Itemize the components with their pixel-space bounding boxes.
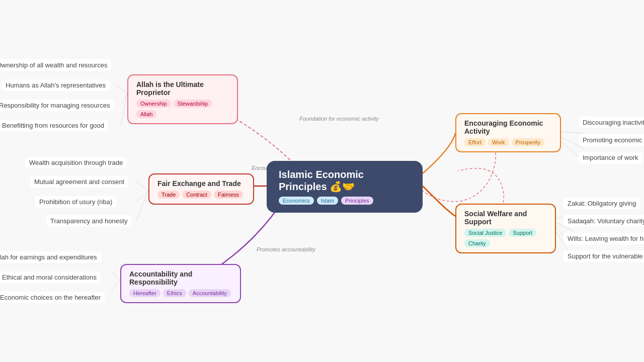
- leaf-importance-work: Importance of work: [579, 152, 642, 163]
- leaf-zakat: Zakat: Obligatory giving: [564, 198, 640, 209]
- economic-activity-node: Encouraging Economic Activity Effort Wor…: [455, 113, 561, 152]
- tag-hereafter: Hereafter: [129, 289, 160, 297]
- economic-title: Encouraging Economic Activity: [464, 119, 552, 135]
- tag-fairness: Fairness: [214, 191, 243, 199]
- tag-contract: Contract: [182, 191, 211, 199]
- leaf-ownership: Ownership of all wealth and resources: [0, 59, 111, 71]
- tag-prosperity: Prosperity: [512, 138, 545, 146]
- tag-principles: Principles: [341, 197, 373, 205]
- fair-exchange-title: Fair Exchange and Trade: [157, 179, 245, 188]
- allah-node: Allah is the Ultimate Proprietor Ownersh…: [127, 74, 238, 124]
- tag-ethics: Ethics: [163, 289, 186, 297]
- leaf-economic-hereafter: Economic choices on the hereafter: [0, 292, 105, 303]
- center-title: Islamic Economic Principles 💰🤝: [279, 169, 411, 193]
- svg-line-6: [111, 272, 120, 279]
- fair-exchange-node: Fair Exchange and Trade Trade Contract F…: [148, 173, 254, 205]
- svg-line-5: [136, 190, 148, 222]
- svg-line-7: [111, 279, 120, 292]
- svg-line-4: [136, 190, 148, 202]
- leaf-support-vulnerable: Support for the vulnerable: [564, 250, 644, 262]
- leaf-transparency: Transparency and honesty: [46, 215, 131, 227]
- tag-ownership: Ownership: [136, 100, 171, 108]
- svg-line-2: [121, 93, 127, 126]
- leaf-sadaqah: Sadaqah: Voluntary charity: [564, 215, 644, 227]
- leaf-usury: Prohibition of usury (riba): [35, 196, 116, 208]
- svg-line-3: [136, 182, 148, 190]
- center-node: Islamic Economic Principles 💰🤝 Economics…: [267, 161, 423, 213]
- leaf-mutual-agreement: Mutual agreement and consent: [30, 176, 128, 188]
- tag-allah: Allah: [136, 110, 156, 118]
- tag-charity: Charity: [464, 239, 490, 247]
- tag-accountability: Accountability: [189, 289, 231, 297]
- tag-islam: Islam: [317, 197, 338, 205]
- social-welfare-node: Social Welfare and Support Social Justic…: [455, 204, 556, 253]
- center-tags: Economics Islam Principles: [279, 197, 411, 205]
- svg-line-0: [116, 85, 127, 93]
- leaf-benefitting: Benefitting from resources for good: [0, 120, 108, 131]
- leaf-responsibility: Responsibility for managing resources: [0, 100, 114, 111]
- tag-economics: Economics: [279, 197, 314, 205]
- accountability-node: Accountability and Responsibility Hereaf…: [120, 264, 241, 303]
- tag-trade: Trade: [157, 191, 180, 199]
- leaf-wealth-trade: Wealth acquisition through trade: [25, 157, 127, 168]
- tag-work: Work: [488, 138, 509, 146]
- label-foundation: Foundation for economic activity: [299, 116, 379, 122]
- tag-social-justice: Social Justice: [464, 229, 506, 237]
- leaf-wills: Wills: Leaving wealth for heirs: [564, 233, 644, 244]
- label-accountability: Promotes accountability: [257, 246, 316, 252]
- svg-line-1: [121, 93, 127, 106]
- leaf-humans: Humans as Allah's representatives: [2, 79, 110, 91]
- leaf-discouraging: Discouraging inactivity: [579, 117, 644, 128]
- leaf-allah-earnings: Allah for earnings and expenditures: [0, 251, 101, 263]
- tag-effort: Effort: [464, 138, 486, 146]
- tag-support: Support: [509, 229, 536, 237]
- accountability-title: Accountability and Responsibility: [129, 270, 232, 286]
- tag-stewardship: Stewardship: [174, 100, 212, 108]
- allah-title: Allah is the Ultimate Proprietor: [136, 80, 229, 97]
- leaf-promoting: Promoting economic growth: [579, 134, 644, 146]
- leaf-ethical: Ethical and moral considerations: [0, 272, 101, 283]
- welfare-title: Social Welfare and Support: [464, 210, 547, 226]
